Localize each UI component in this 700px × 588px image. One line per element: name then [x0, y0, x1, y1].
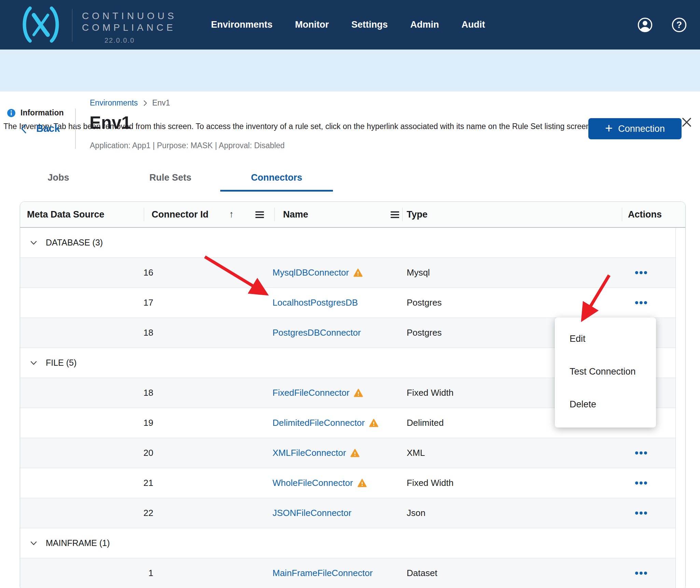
svg-text:?: ?	[676, 20, 682, 30]
connector-name-link[interactable]: PostgresDBConnector	[272, 327, 361, 338]
connector-id-cell: 22	[106, 498, 153, 528]
page-title: Env1	[89, 113, 131, 133]
version-label: 22.0.0.0	[104, 37, 177, 44]
table-row: 21WholeFileConnector Fixed Width	[20, 468, 685, 498]
nav-item-admin[interactable]: Admin	[410, 19, 439, 30]
table-header: Meta Data Source Connector Id ↑ Name Typ…	[20, 202, 685, 228]
connection-button-label: Connection	[618, 124, 665, 134]
menu-item-edit[interactable]: Edit	[555, 322, 656, 355]
menu-item-test-connection[interactable]: Test Connection	[555, 355, 656, 388]
active-tab-underline	[220, 190, 333, 192]
table-row: 22JSONFileConnectorJson	[20, 498, 685, 528]
table-row: 1MainFrameFileConnectorDataset	[20, 558, 685, 588]
plus-icon: +	[605, 122, 613, 135]
top-navbar: CONTINUOUS COMPLIANCE 22.0.0.0 Environme…	[0, 0, 700, 50]
connector-type-cell: Mysql	[407, 258, 430, 288]
group-row-mainframe-1[interactable]: MAINFRAME (1)	[20, 528, 685, 558]
breadcrumb-environments-link[interactable]: Environments	[90, 98, 138, 108]
row-actions-button[interactable]	[635, 438, 647, 468]
column-menu-icon[interactable]	[390, 211, 400, 219]
connector-name-cell: PostgresDBConnector	[272, 318, 361, 348]
nav-item-audit[interactable]: Audit	[462, 19, 485, 30]
warning-icon	[369, 419, 378, 427]
warning-icon	[354, 389, 363, 397]
connector-type-cell: Json	[407, 498, 425, 528]
connector-id-cell: 16	[106, 258, 153, 288]
chevron-left-icon	[20, 124, 27, 134]
row-actions-button[interactable]	[635, 498, 647, 528]
connector-name-link[interactable]: MysqlDBConnector	[272, 267, 349, 278]
connector-name-cell: LocalhostPostgresDB	[272, 288, 358, 318]
connector-id-cell: 20	[106, 438, 153, 468]
info-banner: Information The Inventory Tab has been r…	[0, 50, 700, 92]
column-divider	[274, 208, 275, 221]
group-row-database-3[interactable]: DATABASE (3)	[20, 228, 685, 258]
column-header-name[interactable]: Name	[283, 202, 308, 227]
row-actions-button[interactable]	[635, 468, 647, 498]
column-menu-icon[interactable]	[255, 211, 264, 219]
connector-name-cell: XMLFileConnector	[272, 438, 360, 468]
sort-ascending-icon[interactable]: ↑	[229, 209, 234, 220]
column-header-type[interactable]: Type	[407, 202, 428, 227]
connector-type-cell: XML	[407, 438, 425, 468]
back-label: Back	[36, 123, 60, 134]
warning-icon	[358, 479, 367, 487]
connector-name-link[interactable]: MainFrameFileConnector	[272, 568, 373, 578]
connector-name-cell: WholeFileConnector	[272, 468, 367, 498]
chevron-down-icon[interactable]	[30, 541, 37, 546]
connector-id-cell: 21	[106, 468, 153, 498]
column-header-meta-data-source[interactable]: Meta Data Source	[27, 202, 104, 227]
row-actions-button[interactable]	[635, 288, 647, 318]
column-divider	[402, 208, 403, 221]
chevron-right-icon	[143, 100, 148, 107]
tab-connectors[interactable]: Connectors	[251, 172, 302, 183]
page-subtitle: Application: App1 | Purpose: MASK | Appr…	[90, 141, 285, 150]
chevron-down-icon[interactable]	[30, 240, 37, 246]
navbar-divider	[72, 9, 72, 42]
page: CONTINUOUS COMPLIANCE 22.0.0.0 Environme…	[0, 0, 700, 588]
row-actions-button[interactable]	[635, 258, 647, 288]
connector-name-cell: MysqlDBConnector	[272, 258, 363, 288]
brand-line2: COMPLIANCE	[82, 22, 177, 33]
warning-icon	[350, 449, 360, 457]
nav-item-settings[interactable]: Settings	[351, 19, 388, 30]
table-row: 17LocalhostPostgresDBPostgres	[20, 288, 685, 318]
brand-line1: CONTINUOUS	[82, 10, 177, 22]
tab-jobs[interactable]: Jobs	[47, 172, 69, 183]
menu-item-delete[interactable]: Delete	[555, 388, 656, 421]
connector-type-cell: Postgres	[407, 288, 442, 318]
connector-type-cell: Dataset	[407, 558, 437, 588]
connector-name-cell: DelimitedFileConnector	[272, 408, 378, 438]
add-connection-button[interactable]: + Connection	[588, 118, 682, 139]
breadcrumb: Environments Env1	[90, 98, 170, 108]
connector-name-link[interactable]: FixedFileConnector	[272, 388, 349, 398]
chevron-down-icon[interactable]	[30, 360, 37, 366]
breadcrumb-current: Env1	[152, 98, 170, 108]
connector-id-cell: 17	[106, 288, 153, 318]
connector-name-link[interactable]: JSONFileConnector	[272, 508, 351, 518]
user-account-icon[interactable]	[637, 17, 653, 33]
tab-rule-sets[interactable]: Rule Sets	[149, 172, 191, 183]
connector-name-link[interactable]: DelimitedFileConnector	[272, 418, 365, 428]
column-header-connector-id[interactable]: Connector Id	[152, 202, 209, 227]
header-divider	[75, 109, 76, 149]
connector-id-cell: 1	[106, 558, 153, 588]
connector-id-cell: 18	[106, 378, 153, 408]
help-icon[interactable]: ?	[671, 17, 687, 33]
column-header-actions: Actions	[628, 202, 662, 227]
group-label: FILE (5)	[46, 348, 76, 378]
row-context-menu: EditTest ConnectionDelete	[555, 318, 656, 428]
nav-links: EnvironmentsMonitorSettingsAdminAudit	[211, 0, 485, 50]
nav-item-environments[interactable]: Environments	[211, 19, 272, 30]
row-actions-button[interactable]	[635, 558, 647, 588]
close-icon[interactable]	[681, 116, 692, 128]
table-row: 20XMLFileConnector XML	[20, 438, 685, 468]
connector-name-link[interactable]: WholeFileConnector	[272, 478, 353, 488]
connector-name-link[interactable]: LocalhostPostgresDB	[272, 297, 358, 308]
info-icon	[7, 109, 16, 117]
nav-icons: ?	[637, 0, 687, 50]
nav-item-monitor[interactable]: Monitor	[295, 19, 329, 30]
connector-name-link[interactable]: XMLFileConnector	[272, 448, 346, 458]
back-button[interactable]: Back	[20, 123, 60, 134]
connector-id-cell: 19	[106, 408, 153, 438]
